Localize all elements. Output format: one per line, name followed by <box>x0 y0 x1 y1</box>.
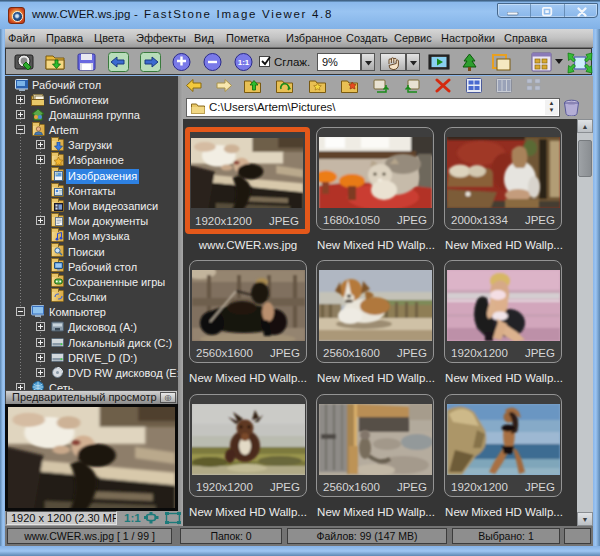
svg-text:1:1: 1:1 <box>238 58 250 67</box>
